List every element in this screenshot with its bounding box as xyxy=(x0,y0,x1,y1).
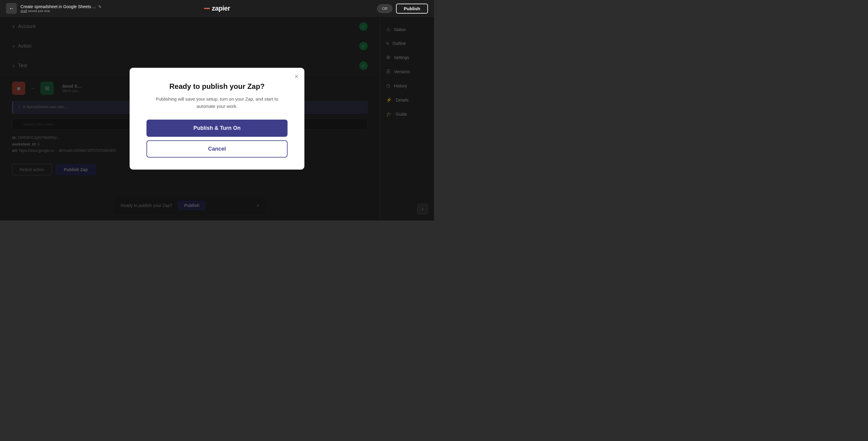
nav-right: Off Publish xyxy=(377,4,428,13)
main-area: ∨ Account ✓ ∨ Action ✓ ∧ Test ✓ ■ → ⊞ Se… xyxy=(0,17,434,220)
modal-title: Ready to publish your Zap? xyxy=(147,82,287,91)
publish-modal: × Ready to publish your Zap? Publishing … xyxy=(130,68,304,169)
cancel-button[interactable]: Cancel xyxy=(147,140,287,158)
nav-title: Create spreadsheet in Google Sheets ... … xyxy=(21,4,101,9)
logo: zapier xyxy=(204,4,230,12)
nav-title-area: Create spreadsheet in Google Sheets ... … xyxy=(21,4,101,13)
logo-text: zapier xyxy=(212,4,230,12)
modal-overlay: × Ready to publish your Zap? Publishing … xyxy=(0,17,434,220)
edit-icon[interactable]: ✎ xyxy=(98,4,101,9)
publish-nav-button[interactable]: Publish xyxy=(396,4,428,13)
back-button[interactable]: ← xyxy=(6,3,17,14)
modal-close-button[interactable]: × xyxy=(294,72,299,81)
publish-turn-on-button[interactable]: Publish & Turn On xyxy=(147,120,287,137)
top-nav: ← Create spreadsheet in Google Sheets ..… xyxy=(0,0,434,17)
toggle-button[interactable]: Off xyxy=(377,4,393,13)
nav-subtitle: draft saved just now xyxy=(21,9,101,13)
modal-description: Publishing will save your setup, turn on… xyxy=(147,95,287,110)
draft-link[interactable]: draft xyxy=(21,9,27,13)
logo-dash xyxy=(204,8,210,9)
